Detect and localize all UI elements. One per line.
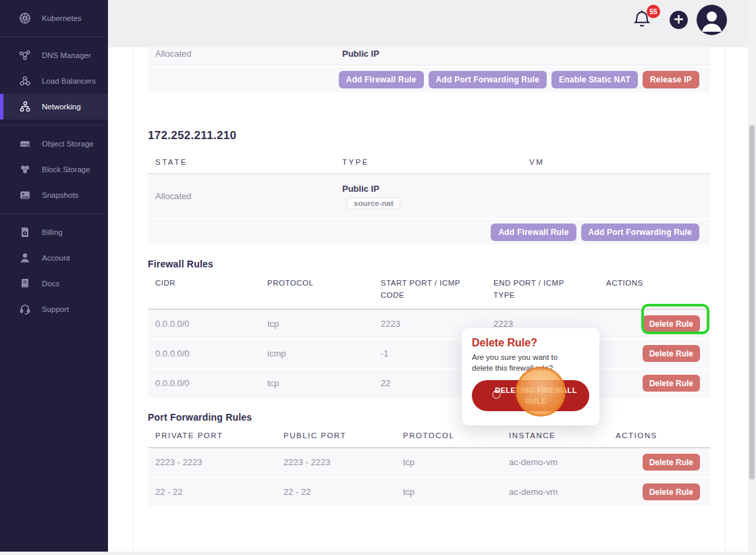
- previous-ip-actions: Add Firewall Rule Add Port Forwarding Ru…: [148, 67, 710, 92]
- docs-icon: [18, 277, 32, 290]
- sidebar-item-dns-manager[interactable]: DNS Manager: [0, 43, 108, 68]
- cidr-value: 0.0.0.0/0: [148, 319, 260, 329]
- add-port-forwarding-rule-button[interactable]: Add Port Forwarding Rule: [429, 71, 547, 88]
- end-port-value: 2223: [486, 319, 599, 329]
- sidebar-item-docs[interactable]: Docs: [0, 271, 108, 296]
- type-value: Public IP: [335, 49, 522, 59]
- firewall-table-header: CIDR PROTOCOL START PORT / ICMP CODE END…: [148, 269, 710, 310]
- firewall-rule-row: 0.0.0.0/0 icmp -1 Delete Rule: [148, 340, 710, 368]
- page-scrollbar: [748, 0, 756, 555]
- delete-rule-button[interactable]: Delete Rule: [643, 345, 700, 362]
- ip-table-row: Allocated Public IP source-nat: [148, 174, 710, 218]
- port-forwarding-table-header: PRIVATE PORT PUBLIC PORT PROTOCOL INSTAN…: [148, 423, 710, 448]
- public-port-value: 22 - 22: [276, 487, 396, 497]
- start-port-value: 2223: [373, 319, 486, 329]
- topbar: 55: [108, 0, 756, 47]
- private-port-value: 22 - 22: [148, 487, 276, 497]
- firewall-rule-row: 0.0.0.0/0 tcp 2223 2223 Delete Rule: [148, 310, 710, 338]
- scrollbar-thumb[interactable]: [749, 125, 755, 479]
- column-header-end-port: END PORT / ICMP TYPE: [486, 278, 599, 302]
- public-port-value: 2223 - 2223: [276, 457, 396, 467]
- sidebar-item-kubernetes[interactable]: Kubernetes: [0, 5, 108, 31]
- sidebar-item-label: Docs: [42, 280, 59, 288]
- column-header-instance: INSTANCE: [502, 431, 608, 440]
- ip-actions: Add Firewall Rule Add Port Forwarding Ru…: [148, 219, 710, 244]
- sidebar-group-storage: Object Storage Block Storage: [0, 125, 108, 213]
- notification-badge: 55: [647, 5, 660, 18]
- object-storage-icon: [18, 137, 32, 151]
- ip-address-heading: 172.252.211.210: [148, 129, 710, 142]
- firewall-rules-title: Firewall Rules: [148, 259, 710, 269]
- delete-rule-button[interactable]: Delete Rule: [643, 375, 700, 392]
- support-icon: [18, 302, 32, 316]
- sidebar-item-load-balancers[interactable]: Load Balancers: [0, 68, 108, 94]
- port-forwarding-rules-title: Port Forwarding Rules: [148, 412, 710, 423]
- kubernetes-icon: [18, 11, 32, 25]
- type-value: Public IP: [342, 184, 522, 194]
- account-icon: [18, 251, 32, 265]
- sidebar-item-support[interactable]: Support: [0, 296, 108, 322]
- delete-rule-button[interactable]: Delete Rule: [643, 483, 700, 500]
- sidebar-item-label: Object Storage: [42, 140, 94, 148]
- block-storage-icon: [18, 163, 32, 176]
- column-header-private-port: PRIVATE PORT: [148, 431, 276, 440]
- enable-static-nat-button[interactable]: Enable Static NAT: [551, 71, 638, 88]
- instance-value: ac-demo-vm: [502, 457, 608, 467]
- sidebar-item-snapshots[interactable]: Snapshots: [0, 182, 108, 208]
- add-firewall-rule-button[interactable]: Add Firewall Rule: [491, 223, 576, 241]
- column-header-protocol: PROTOCOL: [260, 278, 373, 302]
- state-value: Allocated: [148, 191, 335, 201]
- release-ip-button[interactable]: Release IP: [643, 71, 699, 88]
- delete-rule-popup: Delete Rule? Are you sure you want to de…: [462, 328, 599, 425]
- main-content: Allocated Public IP Add Firewall Rule Ad…: [132, 47, 726, 552]
- snapshots-icon: [18, 188, 32, 202]
- sidebar-item-label: Load Balancers: [42, 77, 96, 85]
- instance-value: ac-demo-vm: [502, 487, 608, 497]
- popup-message: Are you sure you want to delete this fir…: [472, 352, 573, 373]
- column-header-actions: ACTIONS: [608, 431, 710, 440]
- delete-rule-button[interactable]: Delete Rule: [643, 315, 700, 332]
- popup-button-label: DELETING FIREWALL RULE: [495, 386, 577, 406]
- port-forwarding-rule-row: 2223 - 2223 2223 - 2223 tcp ac-demo-vm D…: [148, 448, 710, 477]
- previous-ip-row-partial: Allocated Public IP: [148, 47, 710, 65]
- user-avatar[interactable]: [697, 5, 727, 35]
- sidebar-item-networking[interactable]: Networking: [0, 94, 108, 120]
- billing-icon: [18, 226, 32, 239]
- ip-table-header: STATE TYPE VM: [148, 149, 710, 174]
- private-port-value: 2223 - 2223: [148, 457, 276, 467]
- add-firewall-rule-button[interactable]: Add Firewall Rule: [339, 71, 424, 88]
- column-header-state: STATE: [148, 158, 335, 166]
- port-forwarding-rule-row: 22 - 22 22 - 22 tcp ac-demo-vm Delete Ru…: [148, 478, 710, 506]
- sidebar-item-account[interactable]: Account: [0, 245, 108, 271]
- column-header-cidr: CIDR: [148, 278, 260, 302]
- sidebar-group-kubernetes: Kubernetes: [0, 0, 108, 36]
- delete-rule-button[interactable]: Delete Rule: [643, 454, 700, 471]
- sidebar-item-block-storage[interactable]: Block Storage: [0, 157, 108, 182]
- bottom-edge-strip: [0, 552, 756, 555]
- sidebar-item-label: Account: [42, 254, 70, 262]
- add-port-forwarding-rule-button[interactable]: Add Port Forwarding Rule: [581, 223, 699, 241]
- load-balancers-icon: [18, 74, 32, 88]
- sidebar-item-label: Block Storage: [42, 165, 90, 174]
- protocol-value: tcp: [260, 378, 373, 388]
- state-value: Allocated: [148, 49, 335, 59]
- source-nat-tag: source-nat: [347, 197, 400, 209]
- sidebar-item-label: Support: [42, 305, 69, 313]
- sidebar-item-object-storage[interactable]: Object Storage: [0, 131, 108, 157]
- cidr-value: 0.0.0.0/0: [148, 348, 260, 359]
- deleting-firewall-rule-button[interactable]: DELETING FIREWALL RULE: [472, 380, 589, 411]
- column-header-public-port: PUBLIC PORT: [276, 431, 396, 440]
- cidr-value: 0.0.0.0/0: [148, 378, 260, 388]
- sidebar-group-misc: Billing Account: [0, 213, 108, 327]
- dns-manager-icon: [18, 49, 32, 62]
- column-header-actions: ACTIONS: [599, 278, 710, 302]
- sidebar-item-label: DNS Manager: [42, 51, 91, 59]
- sidebar-item-label: Kubernetes: [42, 14, 82, 22]
- protocol-value: tcp: [396, 457, 502, 467]
- protocol-value: tcp: [396, 487, 502, 497]
- networking-icon: [18, 100, 32, 113]
- sidebar-group-network: DNS Manager Load Balancers: [0, 36, 108, 125]
- loading-spinner-icon: [492, 390, 501, 399]
- sidebar-item-billing[interactable]: Billing: [0, 219, 108, 245]
- add-resource-button[interactable]: [670, 11, 688, 29]
